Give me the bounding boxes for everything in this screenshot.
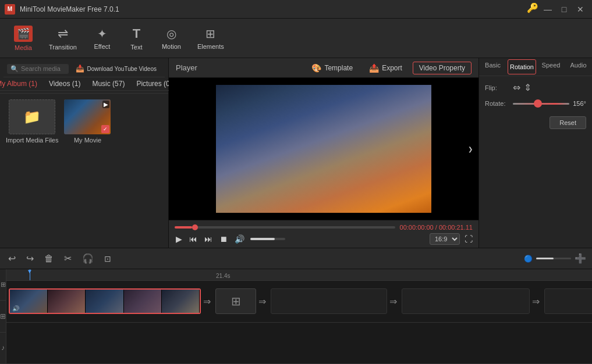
empty-slot-1 [271,288,387,314]
player-title: Player [176,63,197,72]
zoom-in-icon[interactable]: ➕ [575,253,586,264]
key-icon: 🔑 [527,2,538,16]
expand-panel-button[interactable]: ❯ [466,140,475,158]
toolbar-transition-label: Transition [49,44,77,51]
progress-bar[interactable] [175,226,395,229]
tab-basic[interactable]: Basic [479,58,506,76]
zoom-bar[interactable] [536,258,571,259]
timeline-zoom: 🔵 ➕ [524,253,586,264]
my-movie-thumb: ▶ ✓ [64,99,111,134]
video-property-button[interactable]: Video Property [413,62,472,74]
timeline-body: ⊞ ⊞ ♪ 21.4s 🔊 [0,269,592,364]
video-background [216,85,431,213]
add-clip-button[interactable]: ⊞ [215,288,256,314]
redo-button[interactable]: ↪ [24,252,36,265]
zoom-out-icon[interactable]: 🔵 [524,255,533,263]
crop-button[interactable]: ⊡ [102,253,114,265]
main-toolbar: 🎬 Media ⇌ Transition ✦ Effect T Text ◎ M… [0,19,592,58]
aspect-ratio-select[interactable]: 16:9 4:3 1:1 [430,233,460,245]
toolbar-media[interactable]: 🎬 Media [7,22,40,55]
template-icon: 🎨 [311,63,321,73]
tab-rotation[interactable]: Rotation [508,59,536,74]
rotate-label: Rotate: [485,100,508,107]
player-header-actions: 🎨 Template 📤 Export Video Property [306,62,472,74]
rotate-row: Rotate: 156° [485,100,586,107]
rotate-slider-container: 156° [513,100,586,107]
download-youtube-button[interactable]: 📥 Download YouTube Videos [71,63,161,74]
next-frame-button[interactable]: ⏭ [203,233,214,245]
import-media-item[interactable]: 📁 Import Media Files [6,99,58,242]
flip-horizontal-button[interactable]: ⇔ [513,82,520,93]
maximize-button[interactable]: □ [557,2,571,16]
export-icon: 📤 [369,63,379,73]
export-button[interactable]: 📤 Export [363,62,408,74]
minimize-button[interactable]: — [541,2,555,16]
timeline-ruler: 21.4s [6,269,592,281]
clip-frame-5 [162,290,200,313]
flip-label: Flip: [485,84,508,91]
volume-button[interactable]: 🔊 [233,233,246,245]
reset-button[interactable]: Reset [550,116,586,129]
progress-fill [175,226,192,229]
timeline-tracks: 🔊 ⇒ ⊞ ⇒ ⇒ ⇒ [6,281,592,364]
clip-frame-2 [48,290,86,313]
left-panel: 🔍 📥 Download YouTube Videos My Album (1)… [0,58,169,248]
search-input[interactable] [21,65,65,72]
fullscreen-button[interactable]: ⛶ [465,234,473,244]
titlebar-controls: 🔑 — □ ✕ [527,2,587,16]
album-music[interactable]: Music (57) [86,77,130,90]
template-button[interactable]: 🎨 Template [306,62,359,74]
empty-slot-3 [544,288,592,314]
tab-speed[interactable]: Speed [537,58,565,76]
add-clip-icon: ⊞ [231,294,241,308]
import-media-thumb: 📁 [9,99,55,134]
video-preview [216,85,431,213]
volume-slider[interactable] [250,238,285,240]
play-button[interactable]: ▶ [175,233,183,245]
ruler-mark-21: 21.4s [216,273,230,279]
rotate-slider[interactable] [513,103,569,105]
toolbar-text[interactable]: T Text [120,23,153,54]
player-area: Player 🎨 Template 📤 Export Video Propert… [169,58,478,248]
timeline-add-track-icon[interactable]: ⊞ [0,269,6,301]
media-grid: 📁 Import Media Files ▶ ✓ My Movie [0,94,168,248]
track-arrow-2: ⇒ [258,296,266,307]
toolbar-text-label: Text [130,44,142,51]
toolbar-elements[interactable]: ⊞ Elements [190,23,231,53]
search-bar[interactable]: 🔍 [7,64,69,74]
split-button[interactable]: ✂ [62,252,74,265]
flip-vertical-button[interactable]: ⇕ [524,82,531,93]
detach-audio-button[interactable]: 🎧 [80,252,96,265]
prev-frame-button[interactable]: ⏮ [188,233,198,245]
volume-fill [250,238,275,240]
toolbar-effect[interactable]: ✦ Effect [86,23,118,53]
video-canvas: ❯ [169,78,478,220]
video-clip[interactable]: 🔊 [9,288,201,314]
album-my-album[interactable]: My Album (1) [0,77,43,90]
close-button[interactable]: ✕ [573,2,587,16]
progress-bar-container: 00:00:00:00 / 00:00:21.11 [175,224,473,231]
toolbar-media-label: Media [15,44,32,51]
clip-frame-3 [86,290,123,313]
stop-button[interactable]: ⏹ [218,233,229,245]
import-media-label: Import Media Files [6,137,58,144]
track-arrow-3: ⇒ [389,296,397,307]
time-display: 00:00:00:00 / 00:00:21.11 [400,224,473,231]
my-movie-item[interactable]: ▶ ✓ My Movie [64,99,111,242]
player-header: Player 🎨 Template 📤 Export Video Propert… [169,58,478,78]
toolbar-transition[interactable]: ⇌ Transition [42,23,84,54]
app-logo: M [5,4,15,15]
album-videos[interactable]: Videos (1) [43,77,86,90]
tab-audio[interactable]: Audio [565,58,592,76]
toolbar-motion[interactable]: ◎ Motion [155,23,188,53]
right-panel: Basic Rotation Speed Audio Flip: ⇔ ⇕ Rot… [478,58,592,248]
undo-button[interactable]: ↩ [6,252,18,265]
toolbar-elements-label: Elements [197,43,224,50]
toolbar-effect-label: Effect [94,43,110,50]
main-video-track: 🔊 ⇒ ⊞ ⇒ ⇒ ⇒ [6,281,592,323]
flip-row: Flip: ⇔ ⇕ [485,82,586,93]
progress-dot [192,224,198,230]
timeline-playhead[interactable] [30,269,30,280]
timeline-content: 21.4s 🔊 ⇒ ⊞ ⇒ [6,269,592,364]
delete-button[interactable]: 🗑 [42,252,56,265]
